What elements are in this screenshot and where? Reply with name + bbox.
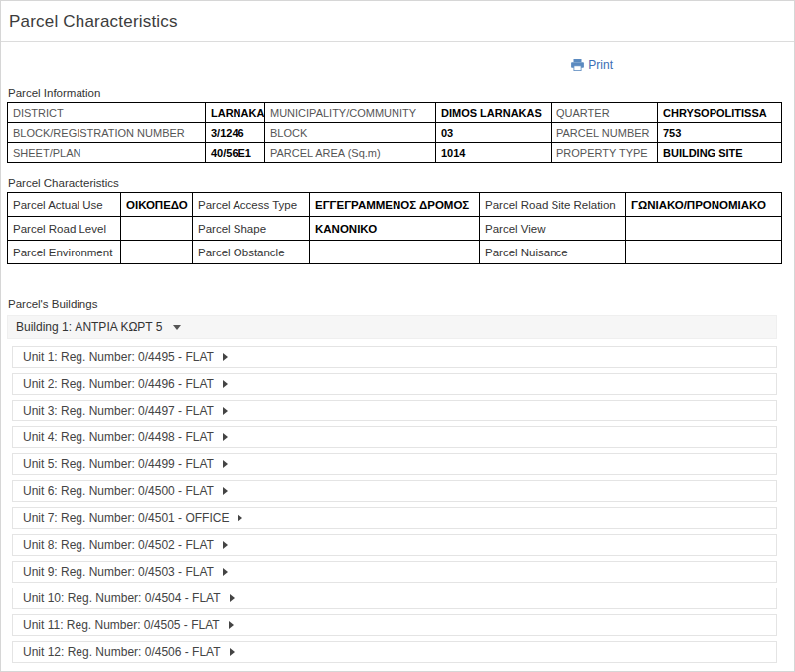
unit-label: Unit 6: Reg. Number: 0/4500 - FLAT — [23, 484, 214, 498]
cell-label: Parcel Obstancle — [193, 241, 310, 264]
unit-label: Unit 3: Reg. Number: 0/4497 - FLAT — [23, 404, 214, 418]
cell-value: 1014 — [436, 143, 552, 163]
unit-row-1[interactable]: Unit 1: Reg. Number: 0/4495 - FLAT — [12, 346, 777, 368]
expand-icon — [223, 407, 228, 415]
cell-value — [626, 217, 782, 241]
cell-value: ΕΓΓΕΓΡΑΜΜΕΝΟΣ ΔΡΟΜΟΣ — [310, 193, 480, 217]
cell-value: DIMOS LARNAKAS — [436, 103, 552, 123]
cell-label: Parcel Environment — [8, 241, 121, 264]
cell-label: Parcel Road Level — [8, 217, 121, 241]
page-header: Parcel Characteristics — [1, 1, 794, 42]
unit-label: Unit 4: Reg. Number: 0/4498 - FLAT — [23, 430, 214, 444]
content: Parcel Information DISTRICT LARNAKA MUNI… — [1, 87, 794, 663]
cell-value: BUILDING SITE — [658, 143, 782, 163]
parcel-information-table: DISTRICT LARNAKA MUNICIPALITY/COMMUNITY … — [7, 102, 782, 163]
unit-label: Unit 9: Reg. Number: 0/4503 - FLAT — [23, 565, 214, 579]
cell-value: 03 — [436, 123, 552, 143]
cell-value: LARNAKA — [206, 103, 265, 123]
expand-icon — [223, 487, 228, 495]
printer-icon — [571, 59, 584, 71]
cell-value: 40/56E1 — [206, 143, 265, 163]
cell-value — [121, 241, 193, 264]
table-row: BLOCK/REGISTRATION NUMBER 3/1246 BLOCK 0… — [8, 123, 782, 143]
unit-row-12[interactable]: Unit 12: Reg. Number: 0/4506 - FLAT — [12, 641, 777, 663]
unit-label: Unit 12: Reg. Number: 0/4506 - FLAT — [23, 645, 221, 659]
cell-label: Parcel Actual Use — [8, 193, 121, 217]
expand-icon — [229, 621, 234, 629]
section-title-parcel-characteristics: Parcel Characteristics — [8, 177, 779, 189]
cell-value — [310, 241, 480, 264]
cell-value: 3/1246 — [206, 123, 265, 143]
cell-label: BLOCK — [265, 123, 436, 143]
table-row: DISTRICT LARNAKA MUNICIPALITY/COMMUNITY … — [8, 103, 782, 123]
cell-value — [121, 217, 193, 241]
cell-label: Parcel Access Type — [193, 193, 310, 217]
cell-label: PARCEL NUMBER — [552, 123, 658, 143]
table-row: Parcel Road Level Parcel Shape ΚΑΝΟΝΙΚΟ … — [8, 217, 782, 241]
cell-value: ΚΑΝΟΝΙΚΟ — [310, 217, 480, 241]
unit-label: Unit 8: Reg. Number: 0/4502 - FLAT — [23, 538, 214, 552]
expand-icon — [223, 353, 228, 361]
unit-label: Unit 1: Reg. Number: 0/4495 - FLAT — [23, 350, 214, 364]
unit-row-6[interactable]: Unit 6: Reg. Number: 0/4500 - FLAT — [12, 480, 777, 502]
unit-row-5[interactable]: Unit 5: Reg. Number: 0/4499 - FLAT — [12, 453, 777, 475]
cell-label: DISTRICT — [8, 103, 206, 123]
expand-icon — [223, 568, 228, 576]
expand-icon — [223, 380, 228, 388]
building-header[interactable]: Building 1: ΑΝΤΡΙΑ ΚΩΡΤ 5 — [7, 315, 777, 339]
cell-label: Parcel Nuisance — [480, 241, 626, 264]
unit-row-7[interactable]: Unit 7: Reg. Number: 0/4501 - OFFICE — [12, 507, 777, 529]
parcel-characteristics-table: Parcel Actual Use ΟΙΚΟΠΕΔΟ Parcel Access… — [7, 192, 782, 264]
cell-label: Parcel Road Site Relation — [480, 193, 626, 217]
unit-row-9[interactable]: Unit 9: Reg. Number: 0/4503 - FLAT — [12, 561, 777, 583]
cell-value — [626, 241, 782, 264]
page: Parcel Characteristics Print Parcel Info… — [0, 0, 795, 672]
cell-label: MUNICIPALITY/COMMUNITY — [265, 103, 436, 123]
unit-row-10[interactable]: Unit 10: Reg. Number: 0/4504 - FLAT — [12, 588, 777, 609]
expand-icon — [223, 460, 228, 468]
section-title-parcels-buildings: Parcel's Buildings — [8, 298, 779, 310]
page-title: Parcel Characteristics — [9, 12, 784, 32]
unit-row-3[interactable]: Unit 3: Reg. Number: 0/4497 - FLAT — [12, 400, 777, 421]
cell-label: PROPERTY TYPE — [552, 143, 658, 163]
unit-row-8[interactable]: Unit 8: Reg. Number: 0/4502 - FLAT — [12, 534, 777, 556]
unit-row-11[interactable]: Unit 11: Reg. Number: 0/4505 - FLAT — [12, 614, 777, 636]
cell-label: QUARTER — [552, 103, 658, 123]
cell-label: Parcel Shape — [193, 217, 310, 241]
cell-value: ΓΩΝΙΑΚΟ/ΠΡΟΝΟΜΙΑΚΟ — [626, 193, 782, 217]
cell-value: 753 — [658, 123, 782, 143]
print-label: Print — [588, 58, 613, 72]
expand-icon — [223, 541, 228, 549]
cell-value: CHRYSOPOLITISSA — [658, 103, 782, 123]
section-title-parcel-information: Parcel Information — [8, 87, 779, 99]
cell-value: ΟΙΚΟΠΕΔΟ — [121, 193, 193, 217]
expand-icon — [230, 648, 235, 656]
unit-label: Unit 10: Reg. Number: 0/4504 - FLAT — [23, 591, 221, 605]
expand-icon — [223, 433, 228, 441]
table-row: Parcel Actual Use ΟΙΚΟΠΕΔΟ Parcel Access… — [8, 193, 782, 217]
unit-label: Unit 5: Reg. Number: 0/4499 - FLAT — [23, 457, 214, 471]
cell-label: PARCEL AREA (Sq.m) — [265, 143, 436, 163]
building-header-label: Building 1: ΑΝΤΡΙΑ ΚΩΡΤ 5 — [16, 320, 163, 334]
print-row: Print — [1, 42, 794, 74]
expand-icon — [238, 514, 242, 522]
cell-label: SHEET/PLAN — [8, 143, 206, 163]
table-row: SHEET/PLAN 40/56E1 PARCEL AREA (Sq.m) 10… — [8, 143, 782, 163]
chevron-down-icon — [173, 325, 181, 330]
unit-label: Unit 2: Reg. Number: 0/4496 - FLAT — [23, 377, 214, 391]
unit-row-2[interactable]: Unit 2: Reg. Number: 0/4496 - FLAT — [12, 373, 777, 395]
table-row: Parcel Environment Parcel Obstancle Parc… — [8, 241, 782, 264]
unit-label: Unit 11: Reg. Number: 0/4505 - FLAT — [23, 618, 220, 632]
unit-row-4[interactable]: Unit 4: Reg. Number: 0/4498 - FLAT — [12, 426, 777, 448]
print-button[interactable]: Print — [571, 56, 613, 74]
expand-icon — [230, 594, 235, 602]
unit-label: Unit 7: Reg. Number: 0/4501 - OFFICE — [23, 511, 229, 525]
cell-label: Parcel View — [480, 217, 626, 241]
cell-label: BLOCK/REGISTRATION NUMBER — [8, 123, 206, 143]
